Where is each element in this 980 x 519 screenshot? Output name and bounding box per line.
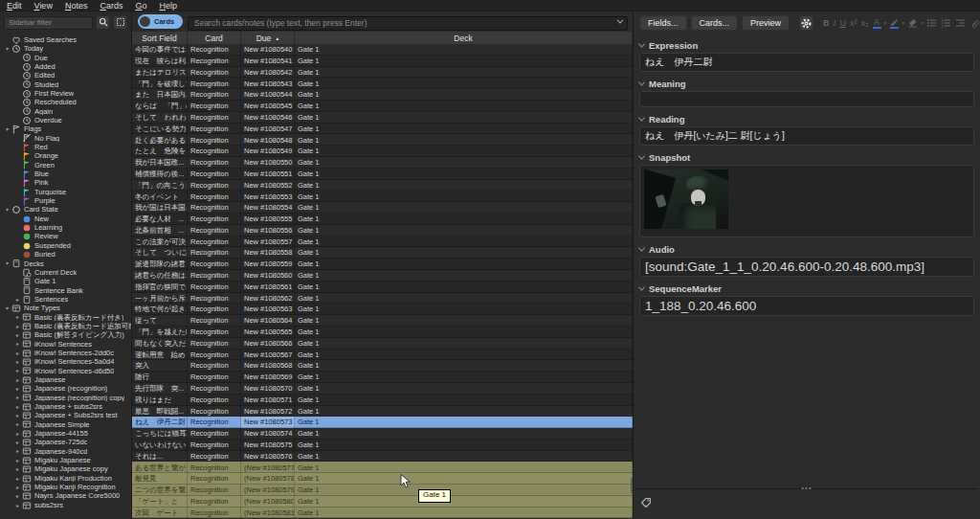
expander-open-icon[interactable]: ▾ bbox=[3, 46, 11, 52]
table-row[interactable]: 最悪 即戦闘...RecognitionNew #1080572Gate 1 bbox=[132, 406, 633, 417]
field-label-meaning[interactable]: Meaning bbox=[639, 79, 974, 88]
sidebar-item-pink[interactable]: Pink bbox=[0, 179, 131, 188]
sidebar-item-blue[interactable]: Blue bbox=[0, 169, 131, 178]
collapse-chevron-icon[interactable] bbox=[638, 283, 645, 290]
tags-row[interactable] bbox=[634, 489, 980, 518]
expander-closed-icon[interactable]: ▸ bbox=[13, 341, 22, 347]
table-row[interactable]: 派遣部隊の諸君RecognitionNew #1080559Gate 1 bbox=[132, 259, 633, 270]
field-label-sequencemarker[interactable]: SequenceMarker bbox=[639, 283, 974, 293]
sidebar-item-overdue[interactable]: Overdue bbox=[0, 116, 131, 124]
search-input[interactable] bbox=[188, 16, 628, 31]
sidebar-item-review[interactable]: Review bbox=[0, 233, 131, 241]
expander-closed-icon[interactable]: ▸ bbox=[13, 297, 22, 303]
column-header-due[interactable]: Due▴ bbox=[241, 32, 295, 44]
sidebar-item-no-flag[interactable]: No Flag bbox=[0, 134, 131, 143]
table-row[interactable]: 先行部隊 突...RecognitionNew #1080570Gate 1 bbox=[132, 383, 633, 395]
expander-closed-icon[interactable]: ▸ bbox=[13, 386, 22, 392]
field-input-meaning[interactable] bbox=[639, 91, 974, 107]
expander-closed-icon[interactable]: ▸ bbox=[13, 476, 22, 482]
pane-splitter-handle[interactable] bbox=[631, 478, 633, 493]
table-row[interactable]: こっちには猫耳娘...RecognitionNew #1080574Gate 1 bbox=[132, 428, 633, 440]
table-row[interactable]: 間もなく突入だRecognitionNew #1080566Gate 1 bbox=[132, 338, 633, 350]
table-row[interactable]: 我が日本国政...RecognitionNew #1080550Gate 1 bbox=[132, 157, 633, 169]
menu-go[interactable]: Go bbox=[135, 1, 146, 11]
expander-closed-icon[interactable]: ▸ bbox=[13, 324, 22, 329]
expander-closed-icon[interactable]: ▸ bbox=[13, 359, 22, 365]
sidebar-item-turquoise[interactable]: Turquoise bbox=[0, 188, 131, 196]
table-row[interactable]: たとえ 危険を...RecognitionNew #1080549Gate 1 bbox=[132, 146, 633, 157]
sidebar-item-basic[interactable]: ▸Basic (裏表反転カード付き) bbox=[0, 313, 131, 322]
sidebar-item-first-review[interactable]: First Review bbox=[0, 89, 131, 98]
sidebar-item-flags[interactable]: ▾Flags bbox=[0, 124, 131, 133]
expander-open-icon[interactable]: ▾ bbox=[3, 207, 11, 213]
table-row[interactable]: またはテロリストに...RecognitionNew #1080542Gate … bbox=[132, 67, 633, 79]
expander-closed-icon[interactable]: ▸ bbox=[13, 458, 22, 463]
table-row[interactable]: 指揮官の狭間で...RecognitionNew #1080561Gate 1 bbox=[132, 282, 633, 293]
field-label-audio[interactable]: Audio bbox=[639, 244, 974, 254]
expander-closed-icon[interactable]: ▸ bbox=[13, 404, 22, 410]
table-row[interactable]: 今回の事件では...RecognitionNew #1080540Gate 1 bbox=[132, 44, 633, 56]
table-row[interactable]: 現在 彼らは利...RecognitionNew #1080541Gate 1 bbox=[132, 56, 633, 67]
ordered-list-icon[interactable]: 123 bbox=[941, 16, 951, 30]
preview-button[interactable]: Preview bbox=[742, 15, 790, 31]
collapse-chevron-icon[interactable] bbox=[638, 244, 645, 251]
table-row-suspended[interactable]: 次回 ゲートRecognition(New #1080581)Gate 1 bbox=[132, 508, 633, 518]
underline-icon[interactable]: U bbox=[840, 16, 847, 30]
collapse-chevron-icon[interactable] bbox=[638, 40, 645, 47]
sidebar-item-iknow-sentences[interactable]: ▸iKnow! Sentences bbox=[0, 340, 131, 349]
field-input-snapshot[interactable] bbox=[639, 165, 974, 237]
sidebar-item-subs2srs[interactable]: ▸subs2srs bbox=[0, 501, 131, 509]
table-row-suspended[interactable]: 敵発見Recognition(New #1080578)Gate 1 bbox=[132, 473, 633, 485]
table-row[interactable]: 「門」を破壊して...RecognitionNew #1080543Gate 1 bbox=[132, 78, 633, 89]
table-row[interactable]: そして われわれ...RecognitionNew #1080546Gate 1 bbox=[132, 112, 633, 124]
expander-open-icon[interactable]: ▾ bbox=[3, 260, 11, 266]
sidebar-item-iknow-sentences-2dd0c[interactable]: ▸iKnow! Sentences-2dd0c bbox=[0, 349, 131, 357]
field-input-sequencemarker[interactable]: 1_188_0.20.46.600 bbox=[639, 296, 974, 316]
expander-closed-icon[interactable]: ▸ bbox=[13, 350, 22, 356]
splitter-handle-icon[interactable]: ••• bbox=[801, 485, 812, 491]
table-row[interactable]: 我が国は日本国...RecognitionNew #1080554Gate 1 bbox=[132, 202, 633, 214]
field-input-reading[interactable]: ねえ 伊丹[いたみ]二 尉[じょう] bbox=[639, 126, 974, 146]
expander-open-icon[interactable]: ▾ bbox=[3, 305, 11, 311]
dropdown-chevron-icon[interactable]: ▾ bbox=[921, 20, 924, 26]
unordered-list-icon[interactable] bbox=[926, 16, 937, 30]
table-row[interactable]: 北条前首相 ...RecognitionNew #1080556Gate 1 bbox=[132, 225, 633, 237]
sidebar-item-migaku-kanji-recognition[interactable]: ▸Migaku Kanji Recognition bbox=[0, 483, 131, 491]
sidebar-item-again[interactable]: Again bbox=[0, 107, 131, 116]
sidebar-item-green[interactable]: Green bbox=[0, 161, 131, 169]
column-header-card[interactable]: Card bbox=[188, 32, 241, 44]
field-label-expression[interactable]: Expression bbox=[639, 40, 974, 50]
sidebar-item-orange[interactable]: Orange bbox=[0, 151, 131, 160]
sidebar-item-nayrs-japanese-core5000[interactable]: ▸Nayrs Japanese Core5000 bbox=[0, 492, 131, 501]
superscript-icon[interactable]: x² bbox=[850, 16, 858, 30]
table-row[interactable]: それは...RecognitionNew #1080576Gate 1 bbox=[132, 451, 633, 463]
sidebar-item-studied[interactable]: Studied bbox=[0, 80, 131, 89]
menu-view[interactable]: View bbox=[34, 1, 53, 11]
expander-closed-icon[interactable]: ▸ bbox=[13, 395, 22, 400]
table-row-suspended[interactable]: 二つの世界を繋...Recognition(New #1080579)Gate … bbox=[132, 485, 633, 496]
eraser-icon[interactable] bbox=[907, 16, 918, 30]
field-input-expression[interactable]: ねえ 伊丹二尉 bbox=[639, 53, 974, 72]
column-header-sort-field[interactable]: Sort Field bbox=[132, 32, 188, 44]
sidebar-item-buried[interactable]: Buried bbox=[0, 250, 131, 259]
table-row[interactable]: 運転用意 始めRecognitionNew #1080567Gate 1 bbox=[132, 350, 633, 361]
sidebar-item-migaku-japanese-copy[interactable]: ▸Migaku Japanese copy bbox=[0, 465, 131, 474]
table-row[interactable]: 必要な人材 ...RecognitionNew #1080555Gate 1 bbox=[132, 214, 633, 225]
sidebar-filter-input[interactable] bbox=[4, 16, 93, 30]
italic-icon[interactable]: I bbox=[834, 16, 836, 30]
sidebar-item-suspended[interactable]: Suspended bbox=[0, 241, 131, 250]
indent-icon[interactable] bbox=[955, 16, 966, 30]
expander-closed-icon[interactable]: ▸ bbox=[13, 332, 22, 338]
table-row[interactable]: 残りはまだRecognitionNew #1080571Gate 1 bbox=[132, 395, 633, 406]
expander-closed-icon[interactable]: ▸ bbox=[13, 440, 22, 445]
menu-cards[interactable]: Cards bbox=[100, 1, 122, 11]
sidebar-item-gate-1[interactable]: Gate 1 bbox=[0, 277, 131, 285]
highlight-color-icon[interactable] bbox=[889, 16, 899, 30]
text-color-icon[interactable]: A bbox=[873, 16, 881, 30]
sidebar-item-migaku-japanese[interactable]: ▸Migaku Japanese bbox=[0, 456, 131, 464]
expander-closed-icon[interactable]: ▸ bbox=[13, 431, 22, 437]
expander-closed-icon[interactable]: ▸ bbox=[13, 448, 22, 454]
sidebar-item-sentences[interactable]: ▸Sentences bbox=[0, 295, 131, 304]
sidebar-item-japanese-simple[interactable]: ▸Japanese Simple bbox=[0, 420, 131, 429]
sidebar-search-button[interactable] bbox=[96, 15, 110, 30]
